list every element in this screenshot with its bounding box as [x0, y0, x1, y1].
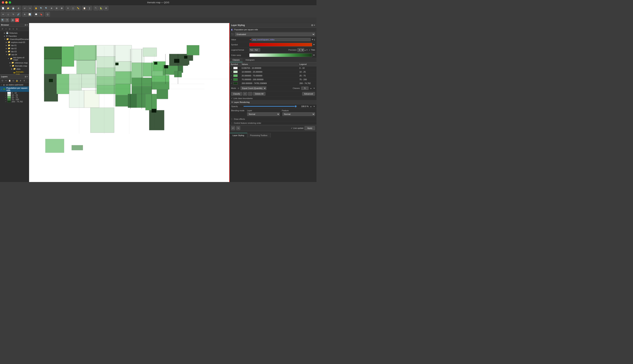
opacity-spinup[interactable]: ▲	[310, 106, 312, 108]
styling-undo-btn[interactable]: ↩	[231, 126, 235, 130]
layer-check-population[interactable]: ✓	[1, 88, 2, 90]
browser-refresh-btn[interactable]: ↺	[1, 27, 4, 30]
zoom-layer-btn[interactable]: ⊞	[54, 6, 59, 10]
table-row[interactable]: ✓ 200.000000 - 74781.558969 200 - 74,782	[230, 82, 316, 85]
new-project-btn[interactable]: 📄	[1, 6, 6, 10]
measure-btn[interactable]: 📏	[76, 6, 81, 10]
minimize-button[interactable]	[5, 1, 8, 4]
browser-item-lab02[interactable]: ▶ 📁 lab-02	[0, 47, 29, 50]
layer-blend-select[interactable]: Normal	[247, 112, 280, 116]
classes-spindown[interactable]: ▼	[313, 87, 315, 89]
layer-item-usstates[interactable]: ✓ ▣ us-states-optimized	[0, 83, 29, 86]
color-ramp-bar[interactable]	[249, 53, 312, 57]
layer-item-population[interactable]: ✓ Population per square mile	[0, 86, 29, 92]
label-btn[interactable]: A	[22, 12, 27, 17]
value-input[interactable]	[252, 38, 311, 41]
precision-select[interactable]: 4 1 2 3	[297, 48, 304, 52]
browser-close-icon[interactable]: ×	[27, 24, 28, 26]
layers-add-btn[interactable]: ➕	[1, 79, 4, 82]
opacity-spindown[interactable]: ▼	[313, 106, 315, 108]
opacity-slider-handle[interactable]	[295, 105, 297, 108]
close-button[interactable]	[2, 1, 4, 4]
color-ramp-dropdown-icon[interactable]: ▼	[313, 54, 315, 56]
qgis-btn[interactable]: Q	[45, 12, 50, 17]
browser-item-twotypes[interactable]: ▼ 📁 two-types-of-maps	[0, 56, 29, 61]
select-btn[interactable]: ▢	[71, 6, 75, 10]
layers-remove-btn[interactable]: ➖	[4, 79, 8, 82]
layers-close-icon[interactable]: ×	[27, 76, 28, 78]
snap-btn[interactable]: 🔗	[16, 12, 21, 17]
rotate-btn[interactable]: ↻	[11, 12, 16, 17]
settings-btn[interactable]: ⚙	[11, 18, 15, 22]
map-tips-btn[interactable]: 💬	[34, 12, 39, 17]
row1-swatch[interactable]	[233, 70, 238, 73]
map-area[interactable]	[29, 23, 229, 182]
add-class-button[interactable]: +	[243, 92, 247, 96]
help-btn[interactable]: ?	[5, 18, 9, 22]
open-project-btn[interactable]: 📁	[6, 6, 11, 10]
table-row[interactable]: ✓ 25.000000 - 75.000000 25 - 75	[230, 74, 316, 78]
browser-collapse-icon[interactable]: ⊟	[25, 24, 26, 26]
styling-redo-btn[interactable]: ↪	[236, 126, 240, 130]
panel-minimize-icon[interactable]: ⊟	[311, 24, 313, 26]
remove-class-button[interactable]: -	[248, 92, 252, 96]
tab-processing-toolbox[interactable]: Processing Toolbox	[247, 133, 271, 138]
layers-filter-btn[interactable]: ⊡	[12, 79, 15, 82]
python-btn[interactable]: 🐍	[99, 6, 103, 10]
row3-swatch[interactable]	[233, 78, 238, 81]
apply-button[interactable]: Apply	[305, 126, 315, 130]
undo-btn[interactable]: ↩	[22, 6, 27, 10]
zoom-out-btn[interactable]: 🔍	[44, 6, 49, 10]
symbol-bar[interactable]	[249, 43, 312, 46]
locate-btn[interactable]: 🔍	[1, 18, 5, 22]
value-dropdown-icon[interactable]: ▼	[311, 38, 314, 41]
zoom-in-btn[interactable]: 🔍	[39, 6, 44, 10]
attr-table-btn[interactable]: 📋	[82, 6, 87, 10]
row0-swatch[interactable]	[233, 67, 238, 69]
table-row[interactable]: ✓ 0.036703 - 10.000000 0 - 10	[230, 66, 316, 70]
browser-item-data[interactable]: ▶ 📁 data	[0, 67, 29, 70]
browser-item-thematicfile[interactable]: ▶ 🗺 thematic-map	[0, 70, 29, 74]
browser-item-volumes[interactable]: ▶ 💾 /Volumes	[0, 32, 29, 34]
view-btn[interactable]: ●	[15, 18, 19, 22]
table-row[interactable]: ✓ 10.000000 - 25.000000 10 - 25	[230, 70, 316, 74]
zoom-full-btn[interactable]: ⊕	[49, 6, 54, 10]
pan-btn[interactable]: ✋	[34, 6, 39, 10]
feature-order-check-icon[interactable]: □	[231, 122, 232, 124]
legend-format-input[interactable]	[249, 48, 260, 52]
tab-classes[interactable]: Classes	[230, 58, 243, 62]
layers-open-attr-btn[interactable]: 📋	[8, 79, 11, 82]
browser-item-thematicmap[interactable]: ▼ 📁 thematic-map	[0, 64, 29, 67]
feature-blend-select[interactable]: Normal	[282, 112, 315, 116]
layers-lock-btn[interactable]: 🔒	[15, 79, 19, 82]
row4-swatch[interactable]	[233, 82, 238, 84]
browser-info-btn[interactable]: ℹ	[15, 27, 19, 30]
save-project-btn[interactable]: 💾	[11, 6, 16, 10]
trim-checkbox[interactable]: ✓ Trim	[309, 49, 315, 51]
table-row[interactable]: ✓ 75.000000 - 200.000000 75 - 200	[230, 78, 316, 82]
print-btn[interactable]: 🖨	[16, 6, 21, 10]
browser-item-yodasmaps[interactable]: ▼ 📁 /Users/boyd/Documents/YodasMaps	[0, 38, 29, 41]
browser-item-explore[interactable]: ▶ 📁 explore-mod-03	[0, 41, 29, 44]
delete-all-button[interactable]: Delete All	[253, 92, 266, 96]
classes-spinup[interactable]: ▲	[310, 87, 312, 89]
symbol-dropdown-icon[interactable]: ▼	[313, 43, 315, 46]
browser-add-btn[interactable]: +	[4, 27, 8, 30]
classify-button[interactable]: Classify	[231, 92, 242, 96]
row2-check[interactable]: ✓	[231, 74, 232, 76]
precision-spindown[interactable]: ▼	[306, 49, 308, 51]
legend-check-25-75[interactable]: ✓	[5, 96, 7, 98]
tab-layer-styling[interactable]: Layer Styling	[230, 133, 247, 138]
browser-item-lab01[interactable]: ▶ 📁 lab-01	[0, 44, 29, 47]
classes-count-input[interactable]	[301, 86, 309, 90]
browser-item-refmap[interactable]: ▶ 📁 reference-map	[0, 61, 29, 64]
maximize-button[interactable]	[9, 1, 11, 4]
field-calc-btn[interactable]: ∑	[87, 6, 92, 10]
processing-btn[interactable]: ⚙	[104, 6, 108, 10]
browser-item-lab04[interactable]: ▼ 📁 lab-04	[0, 53, 29, 56]
browser-filter-btn[interactable]: ⊡	[8, 27, 11, 30]
live-update-check-icon[interactable]: ✓	[291, 127, 293, 130]
plugins-btn[interactable]: 🔌	[94, 6, 98, 10]
row3-check[interactable]: ✓	[231, 78, 232, 80]
row0-check[interactable]: ✓	[231, 67, 232, 69]
